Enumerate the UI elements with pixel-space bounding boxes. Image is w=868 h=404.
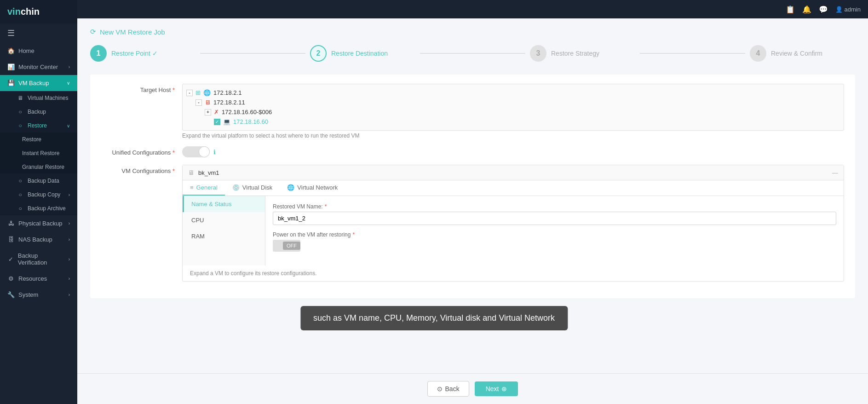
tooltip-overlay: such as VM name, CPU, Memory, Virtual di… (300, 306, 568, 330)
restored-vm-name-input[interactable] (273, 212, 836, 225)
expand-icon-2[interactable]: - (195, 99, 202, 106)
step-connector-1 (200, 53, 305, 54)
vm-backup-icon: 💾 (7, 80, 15, 87)
sidebar-item-monitor-center[interactable]: 📊 Monitor Center › (0, 59, 77, 75)
vm-tab-close[interactable]: — (832, 169, 838, 176)
vm-inner-tabs: ≡ General 💿 Virtual Disk 🌐 Virtual Netwo… (183, 180, 844, 196)
sidebar-item-backup-data[interactable]: ○ Backup Data (0, 174, 77, 188)
page-header: ⟳ New VM Restore Job (90, 28, 855, 36)
expand-icon-3[interactable]: + (205, 109, 211, 115)
backup-copy-icon: ○ (17, 191, 24, 198)
sidebar-item-label: Backup Data (28, 178, 59, 184)
sidebar-item-resources[interactable]: ⚙ Resources › (0, 271, 77, 287)
sidebar-item-instant-restore[interactable]: Instant Restore (0, 146, 77, 160)
tree-item-2[interactable]: - 🖥 172.18.2.11 (195, 98, 840, 107)
chevron-right-icon: › (69, 237, 70, 242)
vm-tab-content: Name & Status CPU RAM (183, 196, 844, 265)
sidebar-item-nas-backup[interactable]: 🗄 NAS Backup › (0, 231, 77, 248)
target-host-control: - ⊞ 🌐 172.18.2.1 - 🖥 172.18.2.11 (182, 84, 844, 139)
restore-submenu: Restore Instant Restore Granular Restore (0, 133, 77, 174)
chevron-right-icon: › (69, 276, 70, 281)
sidebar-item-backup-archive[interactable]: ○ Backup Archive (0, 202, 77, 215)
sidebar-item-label: Restore (28, 122, 47, 129)
user-icon: 👤 (835, 6, 843, 13)
network-tab-icon: 🌐 (287, 184, 294, 191)
power-toggle-container: OFF (273, 240, 836, 252)
sidebar-item-restore-sub[interactable]: Restore (0, 133, 77, 146)
step-3-label: Restore Strategy (551, 50, 599, 57)
bottom-bar: ⊙ Back Next ⊕ (77, 373, 868, 404)
menu-item-name-status[interactable]: Name & Status (183, 196, 265, 212)
selected-checkbox[interactable] (214, 119, 220, 125)
menu-item-ram[interactable]: RAM (183, 228, 265, 244)
tab-general[interactable]: ≡ General (183, 180, 225, 196)
user-menu[interactable]: 👤 admin (835, 6, 861, 13)
step-1-circle: 1 (90, 45, 107, 62)
target-host-row: Target Host * - ⊞ 🌐 172.18.2.1 (101, 84, 844, 139)
main-content: 📋 🔔 💬 👤 admin ⟳ New VM Restore Job 1 Res… (77, 0, 868, 404)
vm-config-row: VM Configurations * 🖥 bk_vm1 — (101, 165, 844, 282)
host-icon-3: ✗ (214, 109, 219, 115)
sidebar-item-label: Backup Archive (28, 205, 66, 212)
unified-config-toggle[interactable]: Off (182, 146, 210, 157)
sidebar-item-home[interactable]: 🏠 Home (0, 43, 77, 59)
next-icon: ⊕ (501, 385, 507, 392)
vm-tab-section: 🖥 bk_vm1 — ≡ General (182, 165, 844, 282)
sidebar-item-backup[interactable]: ○ Backup (0, 105, 77, 119)
chevron-down-icon: ∨ (67, 81, 70, 86)
expand-icon[interactable]: - (186, 90, 193, 96)
topbar: 📋 🔔 💬 👤 admin (77, 0, 868, 18)
tree-item-4-selected[interactable]: 💻 172.18.16.60 (214, 117, 840, 127)
host-tree[interactable]: - ⊞ 🌐 172.18.2.1 - 🖥 172.18.2.11 (182, 84, 844, 131)
info-icon[interactable]: ℹ (213, 149, 216, 156)
vm-icon: 🖥 (17, 95, 24, 101)
restored-vm-name-label: Restored VM Name: * (273, 203, 836, 210)
tab-virtual-network[interactable]: 🌐 Virtual Network (280, 180, 345, 196)
resources-icon: ⚙ (7, 275, 15, 282)
unified-config-label: Unified Configurations * (101, 146, 175, 156)
power-on-group: Power on the VM after restoring * OFF (273, 231, 836, 252)
hamburger-button[interactable]: ☰ (0, 23, 77, 43)
username: admin (845, 6, 861, 13)
sidebar-item-label: VM Backup (18, 80, 49, 87)
toggle-knob (199, 146, 210, 157)
sidebar-item-vm-backup[interactable]: 💾 VM Backup ∨ (0, 75, 77, 91)
tree-item-3[interactable]: + ✗ 172.18.16.60-$006 (205, 107, 840, 117)
sidebar-item-label: Monitor Center (18, 63, 58, 70)
host-status-icon: ⊞ (195, 89, 201, 96)
vm-icon: 🖥 (188, 169, 195, 176)
next-button[interactable]: Next ⊕ (475, 381, 518, 396)
chevron-down-icon: ∨ (67, 123, 70, 128)
sidebar-item-system[interactable]: 🔧 System › (0, 287, 77, 303)
sidebar-item-virtual-machines[interactable]: 🖥 Virtual Machines (0, 91, 77, 105)
menu-item-cpu[interactable]: CPU (183, 212, 265, 228)
instant-restore-label: Instant Restore (22, 150, 59, 156)
sidebar-item-backup-copy[interactable]: ○ Backup Copy › (0, 188, 77, 202)
step-connector-2 (420, 53, 525, 54)
sidebar-item-label: Home (18, 47, 34, 54)
logo: vinchin (0, 0, 77, 23)
notifications-icon[interactable]: 📋 (786, 5, 795, 14)
sidebar-item-granular-restore[interactable]: Granular Restore (0, 160, 77, 174)
chat-icon[interactable]: 💬 (819, 5, 828, 14)
sidebar-item-label: Virtual Machines (28, 95, 69, 101)
vm-right-content: Restored VM Name: * Power on the VM afte… (265, 196, 844, 265)
sidebar-item-backup-verification[interactable]: ✓ Backup Verification › (0, 248, 77, 271)
back-button[interactable]: ⊙ Back (427, 381, 469, 397)
logo-text: vinchin (7, 6, 40, 17)
host-name-1: 172.18.2.1 (213, 89, 241, 96)
power-toggle[interactable]: OFF (273, 240, 300, 252)
unified-config-control: Off ℹ (182, 146, 844, 157)
sidebar-item-restore[interactable]: ○ Restore ∨ (0, 119, 77, 133)
step-2-label: Restore Destination (331, 50, 388, 57)
tree-item-1[interactable]: - ⊞ 🌐 172.18.2.1 (186, 88, 840, 98)
bell-icon[interactable]: 🔔 (802, 5, 811, 14)
chevron-right-icon: › (69, 257, 70, 262)
tab-virtual-disk[interactable]: 💿 Virtual Disk (225, 180, 280, 196)
verification-icon: ✓ (7, 256, 14, 263)
back-icon: ⊙ (437, 385, 443, 392)
vm-tab-name: bk_vm1 (198, 169, 219, 176)
sidebar-item-physical-backup[interactable]: 🖧 Physical Backup › (0, 215, 77, 231)
restore-sub-label: Restore (22, 136, 41, 143)
vm-left-menu: Name & Status CPU RAM (183, 196, 265, 265)
